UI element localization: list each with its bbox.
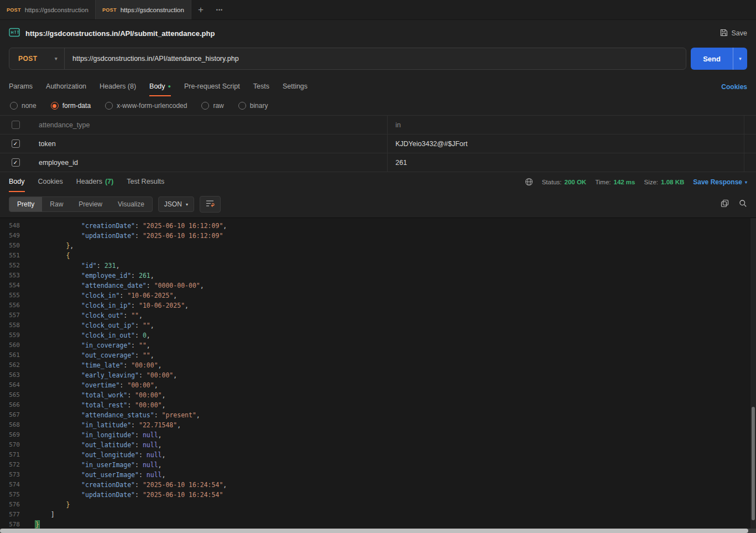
request-url-row: POST ▾ Send ▾	[9, 48, 747, 70]
form-data-table: ✓ attendance_type in ✓ token KJDYeio3432…	[0, 115, 756, 172]
status-label: Status:	[542, 179, 562, 185]
tab-label: Tests	[253, 82, 269, 90]
mode-none[interactable]: none	[10, 102, 37, 110]
save-button-label: Save	[732, 29, 748, 37]
response-actions	[721, 199, 747, 209]
tab-overflow-button[interactable]: •••	[210, 0, 229, 19]
time-badge: Time: 142 ms	[595, 179, 635, 185]
tab-method-badge: POST	[102, 7, 117, 13]
row-key-cell[interactable]: employee_id	[31, 153, 387, 172]
new-tab-button[interactable]: +	[191, 0, 210, 19]
wrap-lines-button[interactable]	[200, 196, 221, 213]
copy-response-button[interactable]	[721, 199, 729, 209]
send-button[interactable]: Send	[691, 48, 733, 70]
format-dropdown[interactable]: JSON ▾	[158, 196, 194, 212]
view-visualize[interactable]: Visualize	[110, 197, 152, 211]
response-tab-headers[interactable]: Headers (7)	[76, 172, 114, 192]
row-value-cell[interactable]: KJDYeio3432@#$JFort	[387, 134, 744, 153]
tab-authorization[interactable]: Authorization	[46, 77, 86, 96]
vertical-scrollbar[interactable]	[750, 218, 756, 533]
horizontal-scrollbar[interactable]	[0, 529, 756, 533]
body-mode-selector: none form-data x-www-form-urlencoded raw…	[0, 96, 756, 115]
tab-label: Test Results	[127, 178, 164, 185]
mode-x-www-form-urlencoded[interactable]: x-www-form-urlencoded	[105, 102, 187, 110]
time-value: 142 ms	[613, 179, 635, 185]
cookies-link[interactable]: Cookies	[721, 83, 747, 91]
body-modified-dot: ●	[168, 84, 171, 89]
response-tab-body[interactable]: Body	[9, 172, 25, 192]
line-number-gutter: 5485495505515525535545555565575585595605…	[0, 218, 25, 533]
tab-pre-request-script[interactable]: Pre-request Script	[184, 77, 240, 96]
save-response-button[interactable]: Save Response ▾	[693, 178, 747, 186]
tab-title: https://gsdconstructions	[121, 7, 184, 13]
table-row: ✓ token KJDYeio3432@#$JFort	[0, 134, 756, 153]
chevron-down-icon: ▾	[739, 56, 742, 61]
row-description-cell[interactable]	[744, 134, 756, 153]
row-checkbox[interactable]: ✓	[12, 158, 20, 167]
request-title: https://gsdconstructions.in/API/submit_a…	[25, 29, 215, 38]
check-icon: ✓	[13, 159, 18, 165]
tab-title: https://gsdconstructions	[25, 7, 88, 13]
tab-method-badge: POST	[7, 7, 21, 13]
mode-form-data[interactable]: form-data	[51, 102, 91, 110]
response-tab-test-results[interactable]: Test Results	[127, 172, 164, 192]
tab-body[interactable]: Body ●	[149, 77, 171, 96]
table-row: ✓ employee_id 261	[0, 153, 756, 172]
row-key-cell[interactable]: token	[31, 134, 387, 153]
search-icon	[739, 199, 747, 209]
chevron-down-icon: ▾	[745, 180, 747, 185]
request-title-row: https://gsdconstructions.in/API/submit_a…	[0, 20, 756, 46]
status-value: 200 OK	[565, 179, 587, 185]
tab-params[interactable]: Params	[9, 77, 33, 96]
tab-label: Headers	[76, 178, 102, 185]
row-value-cell[interactable]: in	[387, 116, 744, 134]
radio-icon	[51, 102, 59, 110]
view-raw[interactable]: Raw	[42, 197, 71, 211]
row-key-cell[interactable]: attendance_type	[31, 116, 387, 134]
mode-binary[interactable]: binary	[238, 102, 268, 110]
tab-label: Pre-request Script	[184, 82, 240, 90]
response-code[interactable]: "creationDate": "2025-06-10 16:12:09", "…	[25, 218, 756, 533]
save-response-label: Save Response	[693, 178, 742, 186]
status-badge: Status: 200 OK	[542, 179, 586, 185]
mode-label: x-www-form-urlencoded	[117, 102, 187, 110]
send-options-button[interactable]: ▾	[733, 48, 747, 70]
row-checkbox[interactable]: ✓	[12, 121, 20, 129]
headers-count: (7)	[105, 178, 113, 185]
network-globe-icon[interactable]	[525, 178, 533, 187]
http-request-icon	[9, 28, 20, 39]
mode-raw[interactable]: raw	[201, 102, 223, 110]
row-description-cell[interactable]	[744, 153, 756, 172]
tab-label: Headers (8)	[100, 82, 136, 90]
horizontal-scrollbar-thumb[interactable]	[0, 529, 748, 533]
tab-settings[interactable]: Settings	[283, 77, 307, 96]
copy-icon	[721, 199, 729, 209]
tab-tests[interactable]: Tests	[253, 77, 269, 96]
view-preview[interactable]: Preview	[71, 197, 110, 211]
row-description-cell[interactable]	[744, 116, 756, 134]
request-tab-2[interactable]: POST https://gsdconstructions	[96, 0, 191, 19]
search-response-button[interactable]	[739, 199, 747, 209]
url-box: POST ▾	[9, 48, 686, 70]
tab-headers[interactable]: Headers (8)	[100, 77, 136, 96]
response-view-switcher: Pretty Raw Preview Visualize	[9, 196, 153, 212]
request-tab-1[interactable]: POST https://gsdconstructions	[0, 0, 96, 19]
method-label: POST	[18, 55, 38, 63]
view-pretty[interactable]: Pretty	[9, 197, 42, 211]
radio-icon	[201, 102, 209, 110]
size-label: Size:	[644, 179, 659, 185]
method-dropdown[interactable]: POST ▾	[9, 48, 65, 69]
row-value-cell[interactable]: 261	[387, 153, 744, 172]
size-value: 1.08 KB	[661, 179, 684, 185]
workspace-tab-bar: POST https://gsdconstructions POST https…	[0, 0, 756, 20]
tab-label: Body	[149, 82, 165, 90]
tab-label: Settings	[283, 82, 307, 90]
response-tab-cookies[interactable]: Cookies	[38, 172, 63, 192]
url-input[interactable]	[65, 48, 686, 69]
send-group: Send ▾	[691, 48, 747, 70]
row-checkbox[interactable]: ✓	[12, 139, 20, 148]
vertical-scrollbar-thumb[interactable]	[752, 407, 755, 520]
response-toolbar: Pretty Raw Preview Visualize JSON ▾	[0, 192, 756, 218]
tab-label: Params	[9, 82, 33, 90]
save-button[interactable]: Save	[720, 29, 748, 38]
